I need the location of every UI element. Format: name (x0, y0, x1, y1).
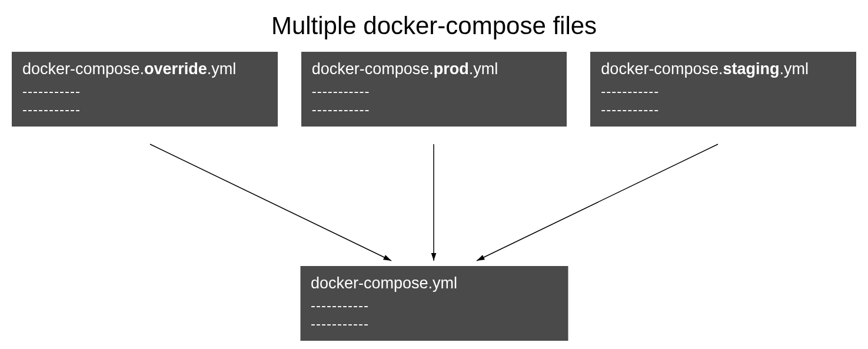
file-box-staging: docker-compose.staging.yml ----------- -… (590, 52, 856, 127)
arrow-staging-to-base (477, 144, 718, 261)
file-box-base: docker-compose.yml ----------- ---------… (300, 266, 568, 341)
file-name-override: docker-compose.override.yml (22, 60, 267, 78)
file-dashes: ----------- (22, 82, 267, 100)
file-name-staging: docker-compose.staging.yml (601, 60, 846, 78)
file-bold: staging (723, 60, 779, 78)
file-prefix: docker-compose. (22, 60, 144, 78)
file-bold: prod (434, 60, 469, 78)
file-dashes: ----------- (312, 100, 557, 118)
arrow-override-to-base (150, 144, 391, 261)
file-prefix: docker-compose. (601, 60, 723, 78)
bottom-file-row: docker-compose.yml ----------- ---------… (300, 266, 568, 341)
file-suffix: .yml (779, 60, 809, 78)
file-suffix: .yml (469, 60, 498, 78)
file-dashes: ----------- (312, 82, 557, 100)
file-dashes: ----------- (601, 82, 846, 100)
file-name-base: docker-compose.yml (311, 274, 557, 293)
top-files-row: docker-compose.override.yml ----------- … (0, 52, 868, 127)
file-prefix: docker-compose. (312, 60, 434, 78)
file-suffix: .yml (207, 60, 237, 78)
diagram-title: Multiple docker-compose files (0, 0, 868, 52)
file-dashes: ----------- (311, 296, 557, 314)
file-box-override: docker-compose.override.yml ----------- … (12, 52, 278, 127)
file-dashes: ----------- (311, 314, 557, 333)
file-name-prod: docker-compose.prod.yml (312, 60, 557, 78)
file-dashes: ----------- (601, 100, 846, 118)
file-dashes: ----------- (22, 100, 267, 118)
file-box-prod: docker-compose.prod.yml ----------- ----… (301, 52, 567, 127)
file-bold: override (144, 60, 207, 78)
